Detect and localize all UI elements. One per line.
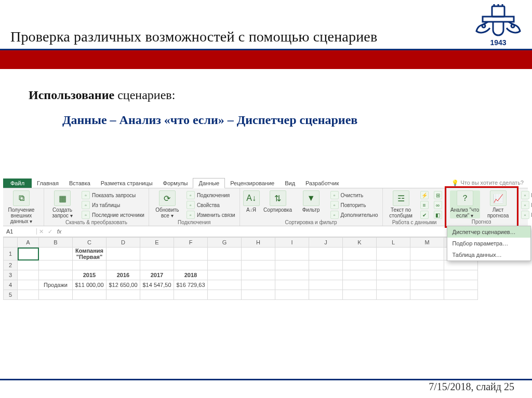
cell[interactable] [242, 260, 275, 270]
manage-model-button[interactable]: ◧ [433, 210, 443, 219]
tab-вид[interactable]: Вид [280, 179, 300, 188]
ribbon-item[interactable]: ▫Разгруппировать ▾ [520, 200, 532, 210]
row-header[interactable]: 5 [4, 290, 18, 300]
row-header[interactable]: 4 [4, 280, 18, 290]
cell[interactable] [18, 280, 39, 290]
col-header[interactable]: I [275, 238, 309, 248]
ribbon-item[interactable]: ▫Очистить [329, 190, 379, 200]
cell[interactable] [208, 290, 242, 300]
col-header[interactable]: K [343, 238, 377, 248]
col-header[interactable]: L [377, 238, 410, 248]
cell[interactable] [208, 260, 242, 270]
col-header[interactable]: M [410, 238, 444, 248]
cell[interactable] [174, 248, 208, 260]
enter-icon[interactable]: ✓ [46, 228, 55, 235]
cell[interactable] [174, 260, 208, 270]
cell[interactable] [208, 280, 242, 290]
cell[interactable] [140, 248, 174, 260]
ribbon-item[interactable]: ▫Показать запросы [81, 190, 145, 200]
col-header[interactable]: E [140, 238, 174, 248]
cell[interactable] [377, 270, 410, 280]
remove-dupes-button[interactable]: ≡ [419, 200, 430, 210]
cell[interactable] [410, 280, 444, 290]
ribbon-item[interactable]: ▫Подключения [185, 190, 236, 200]
cell[interactable] [242, 280, 275, 290]
cell[interactable] [377, 290, 410, 300]
cell[interactable]: 2018 [174, 270, 208, 280]
cell[interactable] [377, 260, 410, 270]
whatif-button[interactable]: ？Анализ "что если" ▾ [450, 190, 480, 218]
data-validation-button[interactable]: ✔ [419, 210, 430, 219]
ribbon-item[interactable]: ▫Группировать ▾ [520, 190, 532, 200]
cell[interactable] [309, 260, 343, 270]
ribbon-item[interactable]: ▫Повторить [329, 200, 379, 210]
ribbon-item[interactable]: ▫Изменить связи [185, 210, 236, 219]
cell[interactable] [140, 260, 174, 270]
menu-goal-seek[interactable]: Подбор параметра… [447, 238, 530, 249]
cell[interactable] [242, 290, 275, 300]
col-header[interactable]: F [174, 238, 208, 248]
cell[interactable]: Компания "Первая" [73, 248, 107, 260]
cell[interactable] [410, 270, 444, 280]
col-header[interactable]: C [73, 238, 107, 248]
cell[interactable] [410, 248, 444, 260]
cell[interactable]: Продажи [39, 280, 73, 290]
menu-scenario-manager[interactable]: Диспетчер сценариев… [447, 226, 530, 238]
cell[interactable] [343, 260, 377, 270]
cell[interactable] [107, 290, 140, 300]
cell[interactable] [275, 270, 309, 280]
filter-button[interactable]: ▼Фильтр [296, 190, 326, 213]
cell[interactable]: 2016 [107, 270, 140, 280]
cell[interactable] [309, 248, 343, 260]
cell[interactable]: 2017 [140, 270, 174, 280]
flash-fill-button[interactable]: ⚡ [419, 190, 430, 200]
cell[interactable] [39, 290, 73, 300]
tab-file[interactable]: Файл [3, 179, 32, 188]
tab-разработчик[interactable]: Разработчик [300, 179, 344, 188]
select-all[interactable] [4, 238, 18, 248]
ribbon-item[interactable]: ▫Из таблицы [81, 200, 145, 210]
cell[interactable] [410, 260, 444, 270]
name-box[interactable]: A1 [3, 228, 37, 235]
cell[interactable] [18, 270, 39, 280]
cell[interactable] [18, 290, 39, 300]
cell[interactable] [377, 248, 410, 260]
cell[interactable] [73, 290, 107, 300]
ribbon-item[interactable]: ▫Свойства [185, 200, 236, 210]
tell-me[interactable]: Что вы хотите сделать? [447, 178, 528, 188]
cell[interactable]: $11 000,00 [73, 280, 107, 290]
cell[interactable]: $12 650,00 [107, 280, 140, 290]
cell[interactable] [309, 280, 343, 290]
col-header[interactable]: A [18, 238, 39, 248]
tab-разметка страницы[interactable]: Разметка страницы [96, 179, 158, 188]
cell[interactable]: 2015 [73, 270, 107, 280]
tab-данные[interactable]: Данные [193, 178, 225, 188]
cell[interactable] [275, 248, 309, 260]
cell[interactable] [140, 290, 174, 300]
cell[interactable] [309, 290, 343, 300]
cell[interactable] [343, 248, 377, 260]
cell[interactable] [107, 260, 140, 270]
col-header[interactable]: H [242, 238, 275, 248]
cell[interactable] [208, 248, 242, 260]
cell[interactable] [39, 260, 73, 270]
cell[interactable]: $16 729,63 [174, 280, 208, 290]
col-header[interactable]: D [107, 238, 140, 248]
tab-формулы[interactable]: Формулы [158, 179, 193, 188]
worksheet[interactable]: ABCDEFGHIJKLMN 1Компания "Первая"2320152… [3, 237, 478, 300]
col-header[interactable]: B [39, 238, 73, 248]
col-header[interactable]: G [208, 238, 242, 248]
cell[interactable] [309, 270, 343, 280]
cell[interactable] [18, 248, 39, 260]
cell[interactable] [242, 270, 275, 280]
cell[interactable] [444, 260, 478, 270]
get-external-data-button[interactable]: ⧉Получение внешних данных ▾ [6, 190, 36, 224]
cell[interactable] [174, 290, 208, 300]
cell[interactable] [73, 260, 107, 270]
row-header[interactable]: 3 [4, 270, 18, 280]
text-to-columns-button[interactable]: ☲Текст по столбцам [386, 190, 416, 218]
cell[interactable] [343, 290, 377, 300]
cell[interactable] [275, 280, 309, 290]
cell[interactable] [444, 270, 478, 280]
sort-az-button[interactable]: A↓А↓Я [243, 190, 260, 213]
